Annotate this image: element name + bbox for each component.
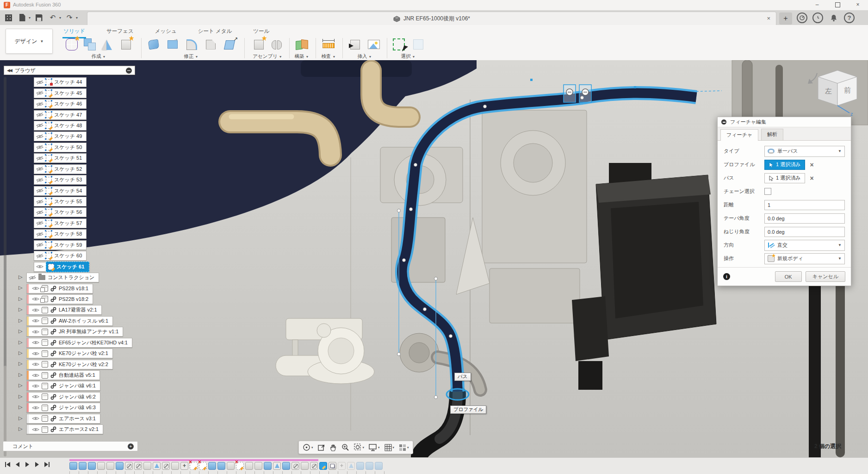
visibility-off-icon[interactable] bbox=[36, 188, 43, 193]
dialog-tab-feature[interactable]: フィーチャ bbox=[720, 129, 758, 141]
timeline-feature-icon-extrude[interactable] bbox=[208, 462, 216, 470]
timeline-begin-icon[interactable] bbox=[5, 462, 11, 468]
dialog-tab-analysis[interactable]: 解析 bbox=[761, 129, 783, 140]
new-body-icon[interactable] bbox=[119, 37, 133, 51]
file-menu-icon[interactable] bbox=[17, 12, 28, 23]
visibility-on-icon[interactable] bbox=[32, 351, 39, 356]
timeline-feature-icon-sketch[interactable] bbox=[199, 462, 207, 470]
browser-minimize-icon[interactable] bbox=[126, 68, 132, 74]
sketch-item[interactable]: スケッチ 55 bbox=[34, 197, 87, 206]
visibility-on-icon[interactable] bbox=[32, 318, 39, 323]
component-item[interactable]: 自動連結器 v5:1 bbox=[26, 370, 100, 380]
timeline-feature-icon-extrude[interactable] bbox=[366, 462, 373, 470]
timeline-feature-icon-sketch[interactable] bbox=[190, 462, 198, 470]
fit-view-icon[interactable]: ▾ bbox=[354, 443, 365, 451]
window-select-icon[interactable] bbox=[413, 39, 423, 50]
timeline-feature-icon-press-pull[interactable] bbox=[282, 462, 290, 470]
ok-button[interactable]: OK bbox=[775, 271, 802, 282]
expand-triangle-icon[interactable]: ▷ bbox=[19, 306, 22, 312]
pan-icon[interactable] bbox=[330, 444, 337, 451]
collapse-panel-icon[interactable]: ◀◀ bbox=[7, 68, 12, 73]
dialog-grip-icon[interactable] bbox=[721, 119, 726, 125]
operation-select[interactable]: 新規ボディ ▼ bbox=[764, 253, 845, 264]
visibility-off-icon[interactable] bbox=[36, 145, 43, 150]
visibility-off-icon[interactable] bbox=[36, 112, 43, 117]
timeline-play-icon[interactable] bbox=[25, 462, 30, 468]
timeline-end-icon[interactable] bbox=[44, 462, 50, 468]
visibility-off-icon[interactable] bbox=[36, 80, 43, 85]
sketch-item[interactable]: スケッチ 49 bbox=[34, 131, 87, 141]
expand-triangle-icon[interactable]: ▷ bbox=[19, 339, 22, 345]
visibility-on-icon[interactable] bbox=[32, 297, 39, 301]
close-button[interactable]: × bbox=[848, 0, 868, 10]
revolve-icon[interactable] bbox=[101, 37, 115, 51]
visibility-on-icon[interactable] bbox=[32, 308, 39, 312]
expand-triangle-icon[interactable]: ▷ bbox=[19, 426, 22, 432]
fillet-icon[interactable] bbox=[186, 39, 197, 50]
minimize-button[interactable]: – bbox=[807, 0, 827, 10]
redo-caret[interactable]: ▾ bbox=[76, 16, 78, 20]
component-item[interactable]: PS22B v18:2 bbox=[26, 294, 93, 304]
sketch-item[interactable]: スケッチ 54 bbox=[34, 186, 87, 196]
visibility-on-icon[interactable] bbox=[32, 394, 39, 399]
sketch-item[interactable]: スケッチ 47 bbox=[34, 110, 87, 120]
timeline-feature-icon-extrude[interactable] bbox=[88, 462, 96, 470]
notifications-bell-icon[interactable] bbox=[828, 12, 839, 23]
timeline-feature-icon-chamfer[interactable] bbox=[97, 462, 105, 470]
expand-triangle-icon[interactable]: ▷ bbox=[19, 404, 22, 410]
visibility-off-icon[interactable] bbox=[36, 200, 43, 204]
timeline-feature-icon-extrude[interactable] bbox=[217, 462, 225, 470]
expand-triangle-icon[interactable]: ▷ bbox=[19, 372, 22, 378]
visibility-off-icon[interactable] bbox=[36, 102, 43, 106]
timeline-feature-icon-loft[interactable] bbox=[347, 462, 355, 470]
joint-icon[interactable] bbox=[272, 40, 282, 49]
viewcube-front-face[interactable]: 前 bbox=[844, 86, 851, 94]
visibility-off-icon[interactable] bbox=[36, 91, 43, 95]
visibility-on-icon[interactable] bbox=[32, 373, 39, 378]
grid-settings-icon[interactable]: ▾ bbox=[384, 444, 395, 451]
draft-icon[interactable] bbox=[222, 37, 236, 51]
look-at-icon[interactable] bbox=[318, 444, 325, 451]
group-label-select[interactable]: 選択 ▼ bbox=[390, 53, 427, 60]
document-tab[interactable]: JNR EF65-1000後期 v106* × bbox=[87, 12, 776, 25]
expand-triangle-icon[interactable]: ▷ bbox=[19, 318, 22, 324]
file-menu-caret[interactable]: ▾ bbox=[29, 16, 31, 20]
component-item[interactable]: KE70ジャンパ栓 v2:1 bbox=[26, 349, 113, 358]
selected-profile[interactable] bbox=[446, 389, 469, 400]
component-item[interactable]: LA17避雷器 v2:1 bbox=[26, 305, 102, 315]
select-tool-icon[interactable] bbox=[393, 38, 405, 50]
sketch-item[interactable]: スケッチ 56 bbox=[34, 207, 87, 217]
construction-plane-icon[interactable] bbox=[296, 39, 308, 50]
sketch-item[interactable]: スケッチ 53 bbox=[34, 175, 87, 185]
visibility-on-icon[interactable] bbox=[32, 286, 39, 291]
timeline-feature-icon-pattern[interactable] bbox=[162, 462, 170, 470]
expand-triangle-icon[interactable]: ▷ bbox=[19, 350, 22, 356]
sketch-item[interactable]: スケッチ 57 bbox=[34, 218, 87, 228]
sketch-item[interactable]: スケッチ 60 bbox=[34, 251, 87, 261]
timeline-feature-icon-press-pull[interactable] bbox=[116, 462, 124, 470]
viewports-icon[interactable]: ▾ bbox=[399, 444, 409, 451]
expand-triangle-icon[interactable]: ▷ bbox=[19, 285, 22, 291]
distance-input[interactable] bbox=[764, 200, 845, 210]
timeline-feature-icon-corner[interactable] bbox=[301, 462, 309, 470]
visibility-off-icon[interactable] bbox=[36, 254, 43, 258]
timeline-feature-icon-loft[interactable] bbox=[273, 462, 281, 470]
add-comment-icon[interactable]: + bbox=[128, 443, 134, 449]
component-item[interactable]: ジャンパ線 v6:2 bbox=[26, 392, 100, 402]
group-label-assemble[interactable]: アセンブリ ▼ bbox=[249, 53, 286, 60]
sketch-item-selected[interactable]: スケッチ 61 bbox=[34, 262, 90, 272]
maximize-button[interactable] bbox=[827, 0, 848, 10]
visibility-on-icon[interactable] bbox=[32, 405, 39, 410]
timeline-feature-icon-fillet[interactable] bbox=[254, 462, 262, 470]
visibility-off-icon[interactable] bbox=[36, 167, 43, 171]
insert-canvas-icon[interactable] bbox=[368, 40, 380, 49]
display-settings-icon[interactable]: ▾ bbox=[369, 444, 380, 451]
timeline-feature-icon-chamfer[interactable] bbox=[106, 462, 114, 470]
timeline-feature-icon-rectangle[interactable] bbox=[245, 462, 253, 470]
help-icon[interactable]: ? bbox=[844, 12, 855, 23]
group-label-insert[interactable]: 挿入 ▼ bbox=[346, 53, 383, 60]
sketch-item[interactable]: スケッチ 52 bbox=[34, 164, 87, 174]
component-item[interactable]: ジャンパ線 v6:3 bbox=[26, 403, 100, 412]
measure-icon[interactable] bbox=[322, 43, 335, 48]
sketch-item[interactable]: スケッチ 46 bbox=[34, 99, 87, 109]
